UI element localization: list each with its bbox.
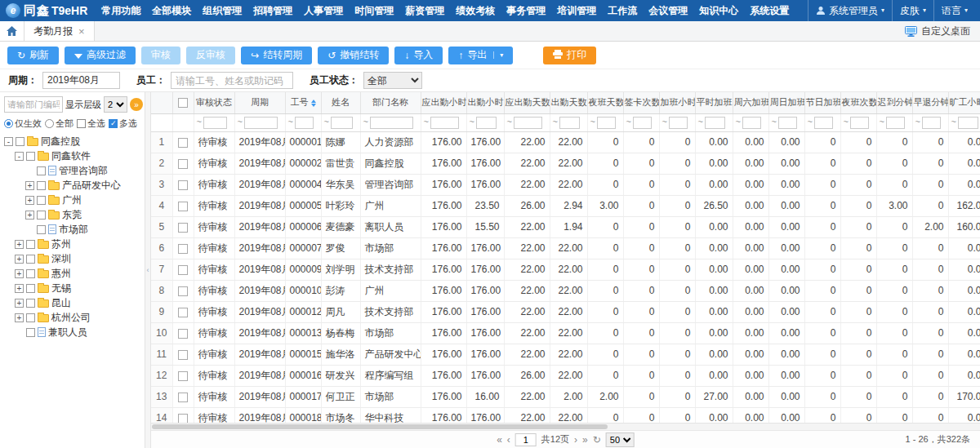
column-filter-input[interactable] xyxy=(514,117,542,129)
column-filter-input[interactable] xyxy=(244,117,278,129)
period-input[interactable] xyxy=(42,72,120,89)
language-menu[interactable]: 语言 ▾ xyxy=(933,0,975,21)
column-filter-input[interactable] xyxy=(370,117,413,129)
prev-page-button[interactable]: ‹ xyxy=(507,435,510,445)
toolbar-button-2[interactable]: 高级过滤 xyxy=(65,47,136,64)
column-filter-input[interactable] xyxy=(850,117,869,129)
column-filter-input[interactable] xyxy=(958,117,978,129)
tree-item[interactable]: +昆山 xyxy=(4,295,141,310)
expand-icon[interactable]: + xyxy=(25,181,34,190)
last-page-button[interactable]: » xyxy=(582,435,588,445)
column-header-13[interactable]: 平时加班 xyxy=(695,92,733,113)
tree-checkbox[interactable] xyxy=(26,313,35,322)
tree-checkbox[interactable] xyxy=(16,137,24,146)
row-checkbox[interactable] xyxy=(178,138,188,148)
expand-icon[interactable]: + xyxy=(25,196,34,205)
user-menu[interactable]: 系统管理员 ▾ xyxy=(808,0,892,21)
expand-icon[interactable]: + xyxy=(15,269,24,278)
tree-checkbox[interactable] xyxy=(37,196,46,205)
row-checkbox[interactable] xyxy=(178,371,188,381)
next-page-button[interactable]: › xyxy=(574,435,577,445)
employee-status-select[interactable]: 全部 xyxy=(363,72,422,89)
expand-icon[interactable]: + xyxy=(15,313,24,322)
menu-item-4[interactable]: 招聘管理 xyxy=(247,0,298,21)
menu-item-10[interactable]: 培训管理 xyxy=(551,0,602,21)
menu-item-5[interactable]: 人事管理 xyxy=(298,0,349,21)
column-filter-input[interactable] xyxy=(886,117,905,129)
toolbar-button-9[interactable]: 打印 xyxy=(543,47,596,64)
option-radio-1[interactable]: 仅生效 xyxy=(4,118,42,130)
tree-item[interactable]: +产品研发中心 xyxy=(4,178,141,193)
tab-attendance-monthly-report[interactable]: 考勤月报 × xyxy=(24,21,95,41)
column-filter-input[interactable] xyxy=(742,117,761,129)
column-header-3[interactable]: 工号 xyxy=(285,92,321,113)
column-header-14[interactable]: 周六加班 xyxy=(733,92,768,113)
table-row[interactable]: 13待审核2019年08月000017何卫正市场部176.0016.0022.0… xyxy=(151,386,980,407)
tree-item[interactable]: +东莞 xyxy=(4,207,141,222)
tree-item[interactable]: -同鑫软件 xyxy=(4,149,141,163)
chevron-down-icon[interactable]: ▾ xyxy=(493,51,503,59)
column-header-10[interactable]: 夜班天数 xyxy=(587,92,623,113)
toolbar-button-7[interactable]: ↓导入 xyxy=(394,47,443,64)
tree-checkbox[interactable] xyxy=(26,269,35,278)
column-header-11[interactable]: 签卡次数 xyxy=(623,92,659,113)
column-filter-input[interactable] xyxy=(430,117,459,129)
table-row[interactable]: 3待审核2019年08月000004华东吴管理咨询部176.00176.0022… xyxy=(151,174,980,195)
tree-checkbox[interactable] xyxy=(37,181,46,190)
column-header-6[interactable]: 应出勤小时 xyxy=(421,92,466,113)
row-checkbox[interactable] xyxy=(178,159,188,169)
tree-item[interactable]: +惠州 xyxy=(4,266,141,281)
tree-item[interactable]: 兼职人员 xyxy=(4,325,141,339)
table-row[interactable]: 4待审核2019年08月000005叶彩玲广州176.0023.5026.002… xyxy=(151,195,980,216)
column-header-4[interactable]: 姓名 xyxy=(321,92,360,113)
tree-checkbox[interactable] xyxy=(26,255,35,264)
column-filter-input[interactable] xyxy=(669,117,688,129)
tree-item[interactable]: +杭州公司 xyxy=(4,310,141,325)
expand-icon[interactable]: + xyxy=(15,284,24,293)
row-checkbox[interactable] xyxy=(178,308,188,317)
toolbar-button-6[interactable]: ↺撤销结转 xyxy=(318,47,389,64)
table-row[interactable]: 11待审核2019年08月000015施华洛产品研发中心176.00176.00… xyxy=(151,344,980,365)
tree-item[interactable]: 管理咨询部 xyxy=(4,163,141,178)
toolbar-button-5[interactable]: ↪结转周期 xyxy=(241,47,312,64)
panel-splitter[interactable]: ‹ xyxy=(145,92,151,448)
menu-item-14[interactable]: 系统设置 xyxy=(744,0,795,21)
display-level-select[interactable]: 2 xyxy=(104,96,127,113)
table-row[interactable]: 12待审核2019年08月000016研发兴程序编写组176.00176.002… xyxy=(151,365,980,386)
tree-item[interactable]: -同鑫控股 xyxy=(4,134,141,149)
column-filter-input[interactable] xyxy=(814,117,833,129)
home-button[interactable] xyxy=(0,21,24,41)
reload-icon[interactable]: ↻ xyxy=(593,435,601,445)
dept-code-search-input[interactable] xyxy=(4,96,63,113)
table-row[interactable]: 10待审核2019年08月000013杨春梅市场部176.00176.0022.… xyxy=(151,322,980,344)
page-size-select[interactable]: 50 xyxy=(606,432,635,447)
menu-item-3[interactable]: 组织管理 xyxy=(197,0,247,21)
table-row[interactable]: 2待审核2019年08月000002雷世贵同鑫控股176.00176.0022.… xyxy=(151,153,980,174)
expand-icon[interactable]: + xyxy=(15,240,24,249)
toolbar-button-8[interactable]: ↑导出▾ xyxy=(448,47,513,64)
table-row[interactable]: 7待审核2019年08月000009刘学明技术支持部176.00176.0022… xyxy=(151,259,980,280)
custom-desktop-button[interactable]: 自定义桌面 xyxy=(895,21,980,41)
tree-item[interactable]: +广州 xyxy=(4,193,141,207)
row-checkbox[interactable] xyxy=(178,180,188,190)
column-header-1[interactable]: 审核状态 xyxy=(194,92,234,113)
select-all-checkbox[interactable] xyxy=(178,98,188,108)
table-row[interactable]: 8待审核2019年08月000010彭涛广州176.00176.0022.002… xyxy=(151,280,980,301)
tree-checkbox[interactable] xyxy=(26,299,35,308)
close-icon[interactable]: × xyxy=(78,26,85,37)
menu-item-2[interactable]: 全部模块 xyxy=(146,0,197,21)
tree-checkbox[interactable] xyxy=(26,328,35,337)
column-header-12[interactable]: 加班小时 xyxy=(659,92,695,113)
tree-checkbox[interactable] xyxy=(37,211,46,220)
option-checkbox-3[interactable]: 全选 xyxy=(77,118,105,130)
option-checkbox-4[interactable]: 多选 xyxy=(109,118,137,130)
scrollbar-thumb[interactable] xyxy=(152,424,608,429)
tree-item[interactable]: +无锡 xyxy=(4,281,141,295)
row-checkbox[interactable] xyxy=(178,329,188,339)
column-header-8[interactable]: 应出勤天数 xyxy=(504,92,550,113)
row-checkbox[interactable] xyxy=(178,265,188,275)
toolbar-button-1[interactable]: ↻刷新 xyxy=(7,47,59,64)
expand-icon[interactable]: + xyxy=(25,211,34,220)
row-checkbox[interactable] xyxy=(178,350,188,360)
tree-checkbox[interactable] xyxy=(26,240,35,249)
